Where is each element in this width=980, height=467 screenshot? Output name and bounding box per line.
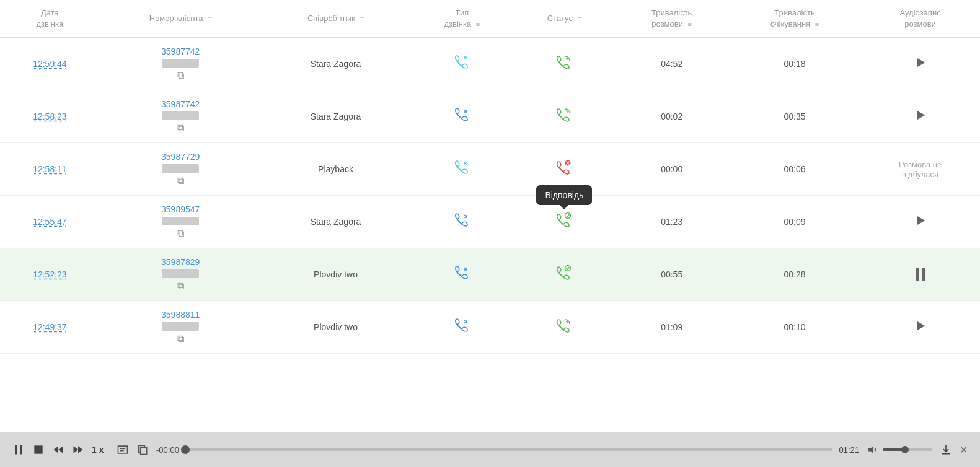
phone-blur-block: [162, 59, 199, 68]
call-type-icon: [453, 164, 470, 179]
play-icon: [914, 108, 927, 122]
svg-marker-1: [917, 58, 925, 68]
play-audio-button[interactable]: [914, 56, 927, 72]
status-tooltip-wrapper: Відповідь: [555, 211, 573, 232]
copy-phone-icon[interactable]: ⧉: [177, 175, 184, 186]
svg-marker-14: [917, 321, 925, 331]
call-time-link[interactable]: 12:49:37: [33, 322, 67, 332]
phone-number-text[interactable]: 35987742: [161, 99, 200, 109]
phone-number-text[interactable]: 35988811: [161, 310, 200, 320]
copy-phone-icon[interactable]: ⧉: [177, 123, 184, 134]
phone-number-cell: 35988811 ⧉: [106, 310, 255, 344]
phone-blur-block: [162, 111, 199, 120]
col-status: Статус ≡: [514, 0, 614, 38]
duration-talk: 01:23: [661, 217, 682, 227]
table-body: 12:59:44 35987742 ⧉ Stara Zagora 04:5200…: [0, 38, 980, 354]
col-client: Номер клієнта ≡: [100, 0, 262, 38]
phone-number-text[interactable]: 35987729: [161, 152, 200, 162]
employee-name: Plovdiv two: [314, 322, 358, 332]
filter-duration-wait-icon[interactable]: ≡: [815, 20, 819, 29]
employee-name: Stara Zagora: [311, 59, 361, 69]
call-time-link[interactable]: 12:52:23: [33, 269, 67, 279]
play-audio-button[interactable]: [914, 214, 927, 230]
pause-bar-left: [916, 268, 919, 281]
phone-blur-block: [162, 164, 199, 173]
col-duration-wait: Тривалість очікування ≡: [729, 0, 860, 38]
duration-wait: 00:10: [784, 322, 805, 332]
col-employee: Співробітник ≡: [262, 0, 410, 38]
phone-number-cell: 35987829 ⧉: [106, 257, 255, 292]
employee-name: Stara Zagora: [311, 111, 361, 121]
no-record-text: Розмова невідбулася: [899, 160, 942, 179]
call-type-icon: [453, 58, 470, 74]
table-row: 12:55:47 35989547 ⧉ Stara Zagora Відпові…: [0, 196, 980, 248]
call-type-icon: [453, 321, 470, 337]
filter-calltype-icon[interactable]: ≡: [476, 20, 480, 29]
table-row: 12:59:44 35987742 ⧉ Stara Zagora 04:5200…: [0, 38, 980, 90]
phone-number-text[interactable]: 35987829: [161, 257, 200, 267]
duration-talk: 00:00: [661, 164, 682, 174]
play-icon: [914, 319, 927, 333]
status-icon: [555, 111, 573, 126]
phone-number-text[interactable]: 35989547: [161, 204, 200, 214]
duration-talk: 00:55: [661, 269, 682, 279]
table-row: 12:52:23 35987829 ⧉ Plovdiv two 00:5500:…: [0, 248, 980, 301]
pause-audio-button[interactable]: [867, 268, 974, 281]
table-row: 12:58:11 35987729 ⧉ Playback 00:0000:06Р…: [0, 143, 980, 196]
calls-table: Дата дзвінка Номер клієнта ≡ Співробітни…: [0, 0, 980, 354]
phone-number-cell: 35987729 ⧉: [106, 152, 255, 186]
call-time-link[interactable]: 12:58:23: [33, 111, 67, 121]
col-date: Дата дзвінка: [0, 0, 100, 38]
phone-number-cell: 35987742 ⧉: [106, 46, 255, 81]
call-time-link[interactable]: 12:55:47: [33, 217, 67, 227]
svg-marker-3: [917, 111, 925, 120]
duration-wait: 00:35: [784, 111, 805, 121]
employee-name: Plovdiv two: [314, 269, 358, 279]
filter-status-icon[interactable]: ≡: [578, 14, 581, 24]
copy-phone-icon[interactable]: ⧉: [177, 333, 184, 344]
filter-duration-talk-icon[interactable]: ≡: [688, 20, 692, 29]
phone-blur-block: [162, 217, 199, 225]
table-row: 12:49:37 35988811 ⧉ Plovdiv two 01:0900:…: [0, 301, 980, 354]
play-audio-button[interactable]: [914, 319, 927, 336]
call-type-icon: [453, 216, 470, 232]
status-icon: [555, 321, 573, 337]
col-audio: Аудіозапис розмови: [860, 0, 980, 38]
status-icon: [555, 164, 573, 179]
play-icon: [914, 56, 927, 69]
svg-point-12: [565, 266, 571, 271]
col-duration-talk: Тривалість розмови ≡: [615, 0, 729, 38]
phone-number-cell: 35989547 ⧉: [106, 204, 255, 239]
table-header-row: Дата дзвінка Номер клієнта ≡ Співробітни…: [0, 0, 980, 38]
duration-talk: 01:09: [661, 322, 682, 332]
phone-number-cell: 35987742 ⧉: [106, 99, 255, 134]
play-audio-button[interactable]: [914, 108, 927, 125]
duration-wait: 00:09: [784, 217, 805, 227]
duration-wait: 00:18: [784, 59, 805, 69]
table-row: 12:58:23 35987742 ⧉ Stara Zagora 00:0200…: [0, 90, 980, 143]
calls-table-container: Дата дзвінка Номер клієнта ≡ Співробітни…: [0, 0, 980, 354]
svg-marker-10: [917, 216, 925, 225]
copy-phone-icon[interactable]: ⧉: [177, 228, 184, 239]
duration-wait: 00:28: [784, 269, 805, 279]
copy-phone-icon[interactable]: ⧉: [177, 70, 184, 81]
filter-client-icon[interactable]: ≡: [208, 14, 211, 24]
filter-employee-icon[interactable]: ≡: [360, 14, 364, 24]
phone-number-text[interactable]: 35987742: [161, 46, 200, 56]
play-icon: [914, 214, 927, 227]
call-time-link[interactable]: 12:59:44: [33, 59, 67, 69]
col-call-type: Тип дзвінка ≡: [410, 0, 514, 38]
phone-blur-block: [162, 322, 199, 331]
call-time-link[interactable]: 12:58:11: [33, 164, 67, 174]
employee-name: Stara Zagora: [311, 217, 361, 227]
phone-blur-block: [162, 269, 199, 278]
svg-point-9: [565, 213, 571, 219]
duration-talk: 00:02: [661, 111, 682, 121]
pause-bar-right: [922, 268, 925, 281]
duration-talk: 04:52: [661, 59, 682, 69]
call-type-icon: [453, 269, 470, 284]
status-icon: [555, 216, 573, 232]
employee-name: Playback: [318, 164, 353, 174]
copy-phone-icon[interactable]: ⧉: [177, 281, 184, 292]
duration-wait: 00:06: [784, 164, 805, 174]
